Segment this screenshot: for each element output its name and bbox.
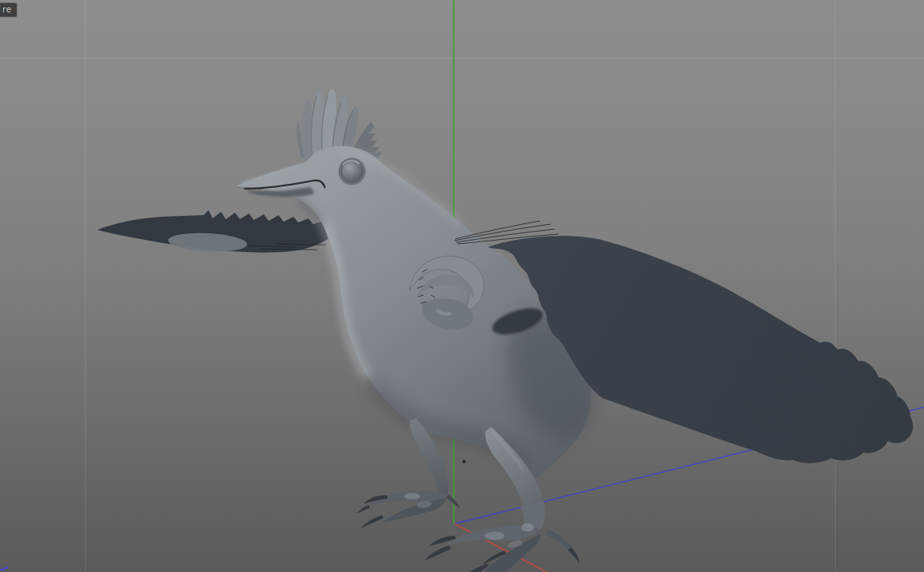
bird-model[interactable] bbox=[97, 88, 913, 572]
near-foot-knuckle bbox=[485, 532, 504, 540]
stray-speck bbox=[462, 460, 466, 463]
far-foot-back-spur bbox=[446, 495, 460, 509]
eye[interactable] bbox=[339, 158, 366, 186]
near-foot-knuckle bbox=[521, 523, 534, 532]
left-wing[interactable] bbox=[97, 210, 328, 253]
viewport-canvas[interactable] bbox=[0, 0, 924, 572]
corner-gizmo-icon bbox=[0, 567, 8, 570]
far-foot-knuckle bbox=[404, 493, 420, 499]
tooltip-fragment: re bbox=[0, 2, 17, 17]
viewport[interactable]: re bbox=[0, 0, 924, 572]
